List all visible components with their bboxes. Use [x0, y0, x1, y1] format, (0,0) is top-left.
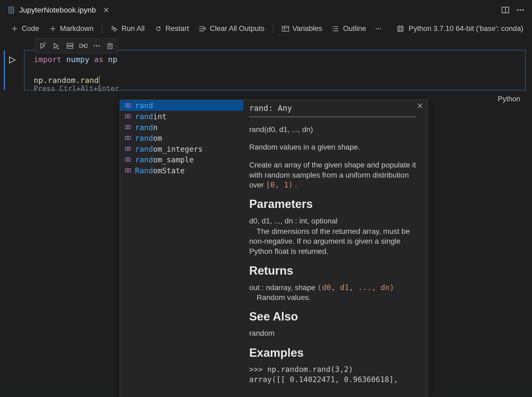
separator: [273, 24, 273, 33]
run-all-label: Run All: [122, 24, 145, 33]
outline-button[interactable]: Outline: [328, 22, 370, 34]
clear-all-label: Clear All Outputs: [210, 24, 265, 33]
doc-heading-seealso: See Also: [249, 310, 422, 323]
cell-more-icon[interactable]: [90, 40, 103, 52]
doc-returns-line: out : ndarray, shape (d0, d1, ..., dn): [249, 282, 422, 292]
close-icon[interactable]: [103, 6, 110, 14]
suggest-item[interactable]: random_sample: [120, 154, 243, 165]
kernel-picker[interactable]: Python 3.7.10 64-bit ('base': conda): [396, 24, 525, 33]
notebook-area: import numpy as np np.random.rand Press …: [0, 38, 532, 90]
svg-rect-60: [125, 104, 127, 107]
add-markdown-label: Markdown: [60, 24, 94, 33]
svg-point-8: [517, 9, 518, 11]
method-icon: [124, 167, 132, 174]
tab-title: JupyterNotebook.ipynb: [19, 6, 96, 14]
doc-rule: [249, 117, 416, 117]
execute-above-icon[interactable]: [50, 40, 63, 52]
variables-icon: [282, 25, 289, 32]
clear-all-button[interactable]: Clear All Outputs: [195, 22, 269, 34]
svg-rect-48: [79, 44, 82, 48]
svg-rect-69: [128, 147, 130, 151]
more-actions-icon[interactable]: [516, 5, 525, 14]
doc-seealso: random: [249, 328, 422, 339]
svg-rect-22: [282, 26, 289, 31]
notebook-toolbar: Code Markdown Run All Restart Clear All …: [0, 20, 532, 38]
add-code-button[interactable]: Code: [7, 22, 43, 34]
svg-point-33: [380, 28, 381, 29]
doc-heading-examples: Examples: [249, 346, 422, 359]
svg-rect-67: [128, 136, 130, 140]
method-icon: [124, 102, 132, 109]
svg-point-32: [378, 28, 379, 29]
svg-point-9: [520, 9, 521, 11]
svg-point-52: [96, 45, 97, 47]
kernel-label: Python 3.7.10 64-bit ('base': conda): [409, 24, 523, 33]
svg-rect-34: [398, 26, 403, 31]
cell-language-label[interactable]: Python: [498, 95, 520, 103]
doc-param-desc: The dimensions of the returned array, mu…: [249, 226, 422, 256]
method-icon: [124, 145, 132, 153]
suggest-item[interactable]: randn: [120, 122, 243, 133]
svg-rect-62: [125, 115, 127, 118]
doc-summary: Random values in a given shape.: [249, 142, 422, 152]
svg-rect-47: [67, 46, 73, 48]
method-icon: [124, 123, 132, 131]
svg-marker-16: [114, 27, 117, 31]
variables-button[interactable]: Variables: [277, 22, 326, 34]
svg-rect-68: [125, 147, 127, 151]
run-by-line-icon[interactable]: [37, 40, 50, 52]
doc-body: rand(d0, d1, ..., dn) Random values in a…: [249, 125, 422, 384]
svg-rect-54: [108, 44, 112, 49]
tab-notebook[interactable]: JupyterNotebook.ipynb: [2, 0, 114, 20]
add-markdown-button[interactable]: Markdown: [45, 22, 98, 34]
svg-rect-66: [125, 136, 127, 140]
tab-bar: JupyterNotebook.ipynb: [0, 0, 532, 20]
run-all-button[interactable]: Run All: [106, 22, 149, 34]
suggest-item[interactable]: rand: [120, 100, 243, 111]
code-cell[interactable]: import numpy as np np.random.rand Press …: [24, 50, 526, 90]
kernel-icon: [396, 24, 405, 33]
suggest-item[interactable]: random_integers: [120, 143, 243, 154]
keyword: import: [34, 55, 62, 64]
tab-actions: [501, 0, 532, 20]
toolbar-more-icon[interactable]: [372, 23, 385, 34]
svg-rect-65: [128, 125, 130, 129]
outline-label: Outline: [343, 24, 366, 33]
delete-cell-icon[interactable]: [103, 40, 117, 52]
split-editor-icon[interactable]: [501, 5, 510, 14]
close-icon[interactable]: [417, 102, 423, 109]
svg-rect-71: [128, 158, 130, 161]
doc-heading-parameters: Parameters: [249, 198, 422, 211]
svg-rect-46: [67, 43, 73, 46]
doc-call: rand(d0, d1, ..., dn): [249, 125, 422, 135]
method-icon: [124, 156, 132, 163]
code-text: rand: [80, 76, 99, 85]
change-cell-icon[interactable]: [77, 40, 90, 52]
outline-icon: [332, 25, 340, 32]
restart-label: Restart: [165, 24, 189, 33]
plus-icon: [49, 25, 57, 32]
add-code-label: Code: [22, 24, 39, 33]
text-cursor: [99, 75, 100, 85]
svg-point-53: [98, 45, 100, 47]
suggest-item[interactable]: RandomState: [120, 165, 243, 176]
svg-point-51: [94, 45, 95, 47]
run-cell-icon[interactable]: [8, 56, 16, 64]
svg-point-28: [333, 26, 334, 27]
split-cell-icon[interactable]: [63, 40, 77, 52]
suggest-item[interactable]: random: [120, 133, 243, 143]
restart-button[interactable]: Restart: [150, 22, 193, 34]
keyword: as: [94, 55, 103, 64]
method-icon: [124, 134, 132, 142]
doc-heading-returns: Returns: [249, 264, 422, 277]
tabs: JupyterNotebook.ipynb: [2, 0, 114, 20]
suggest-item[interactable]: randint: [120, 111, 243, 122]
code-editor[interactable]: import numpy as np np.random.rand Press …: [25, 50, 525, 90]
svg-rect-49: [85, 44, 87, 48]
suggest-list[interactable]: rand randint randn random: [120, 100, 243, 397]
clear-all-icon: [199, 25, 206, 32]
doc-example-line: array([[ 0.14022471, 0.96360618],: [249, 374, 422, 384]
svg-point-29: [333, 28, 334, 29]
svg-rect-64: [125, 125, 127, 129]
cell-focus-bar: [4, 50, 5, 90]
